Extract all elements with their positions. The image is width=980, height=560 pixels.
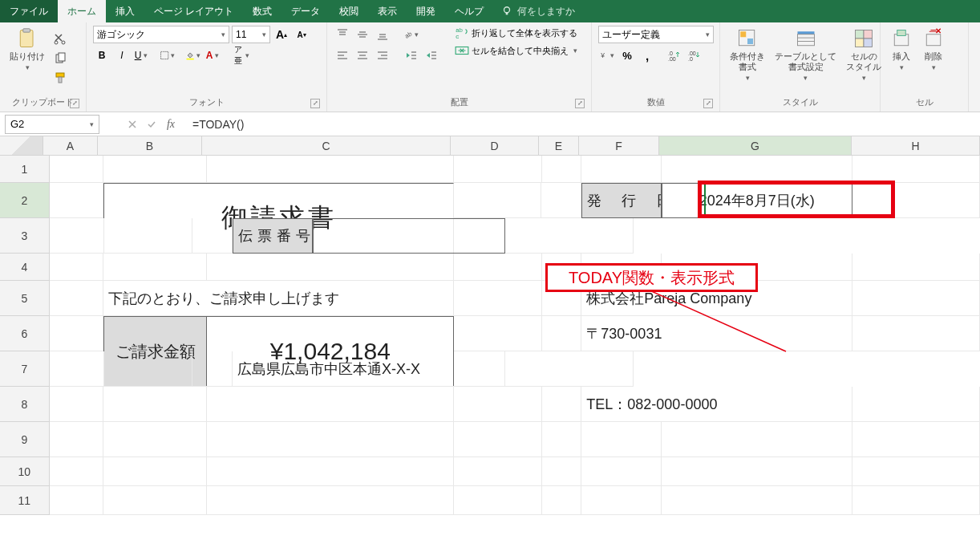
tab-review[interactable]: 校閲: [330, 0, 368, 22]
number-format-combo[interactable]: ユーザー定義▾: [598, 26, 714, 43]
cell-C9[interactable]: [207, 422, 454, 457]
increase-decimal-button[interactable]: .0.00: [666, 47, 683, 64]
cell-H5[interactable]: [852, 281, 980, 316]
row-header-7[interactable]: 7: [0, 351, 50, 387]
tell-me-search[interactable]: 何をしますか: [501, 0, 575, 22]
column-header-B[interactable]: B: [98, 136, 202, 155]
cell-A6[interactable]: [50, 316, 104, 351]
align-center-button[interactable]: [354, 47, 371, 64]
cell-D5[interactable]: [454, 281, 541, 316]
column-header-H[interactable]: H: [852, 136, 980, 155]
cell-C8[interactable]: [207, 387, 454, 422]
align-top-button[interactable]: [334, 26, 351, 43]
cell-G2[interactable]: 2024年8月7日(水): [662, 183, 852, 218]
cell-B5[interactable]: 下記のとおり、ご請求申し上げます: [103, 281, 454, 316]
tab-file[interactable]: ファイル: [0, 0, 58, 22]
decrease-font-button[interactable]: A▾: [293, 26, 310, 43]
align-middle-button[interactable]: [354, 26, 371, 43]
bold-button[interactable]: B: [93, 47, 111, 64]
cell-D9[interactable]: [454, 422, 541, 457]
select-all-corner[interactable]: [0, 136, 43, 155]
accounting-format-button[interactable]: ¥▾: [598, 47, 616, 64]
cut-button[interactable]: [51, 30, 69, 48]
increase-indent-button[interactable]: [423, 47, 440, 64]
cell-H9[interactable]: [852, 422, 980, 457]
font-name-combo[interactable]: 游ゴシック▾: [93, 26, 229, 43]
dialog-launcher-icon[interactable]: ⤢: [575, 99, 585, 108]
align-left-button[interactable]: [334, 47, 351, 64]
cell-E8[interactable]: [542, 387, 582, 422]
column-header-C[interactable]: C: [202, 136, 451, 155]
cell-G11[interactable]: [662, 486, 852, 515]
row-header-1[interactable]: 1: [0, 156, 50, 183]
tab-pagelayout[interactable]: ページ レイアウト: [144, 0, 243, 22]
tab-insert[interactable]: 挿入: [106, 0, 144, 22]
cell-E2[interactable]: [541, 183, 581, 218]
cell-E3[interactable]: [192, 218, 233, 254]
tab-home[interactable]: ホーム: [58, 0, 106, 22]
row-header-11[interactable]: 11: [0, 486, 50, 515]
cell-B11[interactable]: [103, 486, 207, 515]
cell-G10[interactable]: [662, 457, 852, 486]
cell-F7[interactable]: 広島県広島市中区本通X-X-X: [233, 351, 505, 387]
cell-F1[interactable]: [581, 156, 661, 183]
cell-E11[interactable]: [542, 486, 582, 515]
cell-E7[interactable]: [192, 351, 233, 387]
cell-E1[interactable]: [542, 156, 582, 183]
cell-H6[interactable]: [852, 316, 980, 351]
cell-E10[interactable]: [542, 457, 582, 486]
cell-C10[interactable]: [207, 457, 454, 486]
cell-D7[interactable]: [104, 351, 192, 387]
cell-A4[interactable]: [50, 254, 104, 281]
cell-C1[interactable]: [207, 156, 454, 183]
cell-A2[interactable]: [50, 183, 104, 218]
column-header-A[interactable]: A: [43, 136, 98, 155]
cell-C4[interactable]: [207, 254, 454, 281]
format-painter-button[interactable]: [51, 69, 69, 87]
row-header-2[interactable]: 2: [0, 183, 50, 218]
column-header-G[interactable]: G: [659, 136, 852, 155]
tab-data[interactable]: データ: [281, 0, 330, 22]
row-header-5[interactable]: 5: [0, 281, 50, 316]
cell-F8[interactable]: TEL：082-000-0000: [581, 387, 852, 422]
row-header-6[interactable]: 6: [0, 316, 50, 351]
cell-F2[interactable]: 発 行 日: [581, 183, 661, 218]
cell-B1[interactable]: [103, 156, 207, 183]
cell-H8[interactable]: [852, 387, 980, 422]
name-box[interactable]: G2▾: [5, 115, 99, 134]
cell-B9[interactable]: [103, 422, 207, 457]
row-header-4[interactable]: 4: [0, 254, 50, 281]
cell-G1[interactable]: [662, 156, 852, 183]
cell-H4[interactable]: [852, 254, 980, 281]
cell-A9[interactable]: [50, 422, 104, 457]
cell-F3[interactable]: 伝票番号: [233, 218, 313, 254]
cell-H11[interactable]: [852, 486, 980, 515]
paste-button[interactable]: 貼り付け ▾: [6, 26, 48, 73]
copy-button[interactable]: [51, 50, 69, 67]
row-header-10[interactable]: 10: [0, 457, 50, 486]
cell-H2[interactable]: [852, 183, 980, 218]
dialog-launcher-icon[interactable]: ⤢: [310, 99, 320, 108]
column-header-F[interactable]: F: [579, 136, 659, 155]
tab-view[interactable]: 表示: [368, 0, 407, 22]
font-color-button[interactable]: A▾: [205, 47, 222, 64]
column-header-E[interactable]: E: [539, 136, 579, 155]
cell-D1[interactable]: [454, 156, 541, 183]
cell-B8[interactable]: [103, 387, 207, 422]
cell-D6[interactable]: [454, 316, 541, 351]
cell-A8[interactable]: [50, 387, 104, 422]
cell-styles-button[interactable]: セルの スタイル▾: [843, 26, 885, 83]
wrap-text-button[interactable]: abc 折り返して全体を表示する: [455, 26, 579, 40]
underline-button[interactable]: U▾: [133, 47, 151, 64]
cell-A5[interactable]: [50, 281, 104, 316]
cell-G3[interactable]: [313, 218, 505, 254]
row-header-3[interactable]: 3: [0, 218, 50, 254]
cell-C11[interactable]: [207, 486, 454, 515]
cell-D3[interactable]: [104, 218, 192, 254]
cell-H3[interactable]: [505, 218, 634, 254]
cell-E9[interactable]: [542, 422, 582, 457]
cancel-formula-button[interactable]: [125, 117, 140, 132]
tab-developer[interactable]: 開発: [407, 0, 445, 22]
phonetic-button[interactable]: ア亜▾: [233, 47, 251, 64]
formula-input[interactable]: =TODAY(): [186, 115, 975, 134]
